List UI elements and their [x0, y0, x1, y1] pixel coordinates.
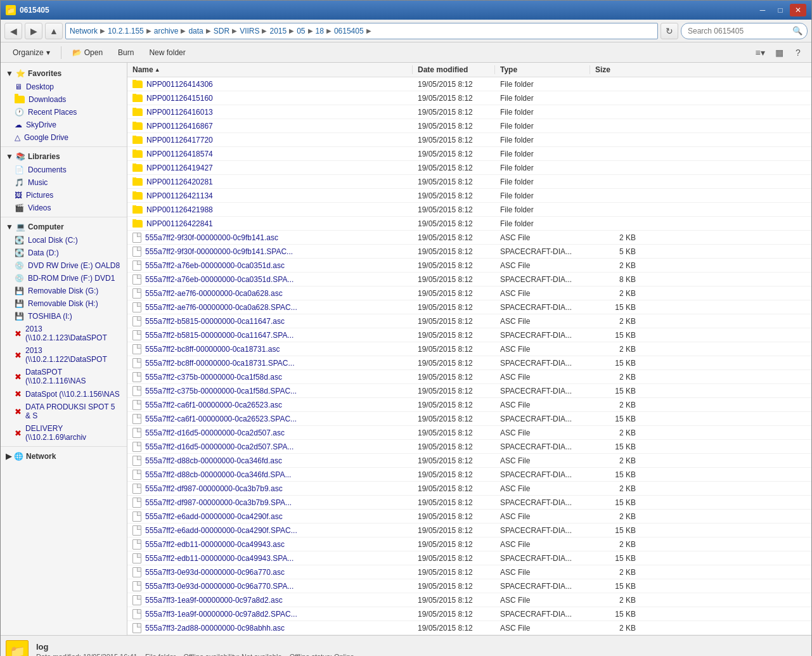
file-name[interactable]: NPP001126416867: [127, 122, 413, 131]
file-name[interactable]: 555a7ff2-bc8ff-00000000-0ca18731.SPAC...: [127, 358, 413, 368]
path-data[interactable]: data: [188, 27, 203, 35]
table-row[interactable]: NPP001126417720 19/05/2015 8:12 File fol…: [127, 133, 811, 147]
table-row[interactable]: 555a7ff2-df987-00000000-0ca3b7b9.SPA... …: [127, 496, 811, 510]
file-name[interactable]: NPP001126422841: [127, 219, 413, 228]
table-row[interactable]: 555a7ff3-0e93d-00000000-0c96a770.asc 19/…: [127, 565, 811, 579]
close-button[interactable]: ✕: [790, 4, 806, 16]
file-name[interactable]: 555a7ff2-e6add-00000000-0ca4290f.SPAC...: [127, 525, 413, 536]
table-row[interactable]: 555a7ff2-e6add-00000000-0ca4290f.asc 19/…: [127, 510, 811, 524]
sidebar-item-videos[interactable]: 🎬 Videos: [1, 202, 127, 214]
table-row[interactable]: 555a7ff2-a76eb-00000000-0ca0351d.SPA... …: [127, 273, 811, 286]
burn-button[interactable]: Burn: [111, 44, 141, 61]
table-row[interactable]: 555a7ff2-9f30f-00000000-0c9fb141.SPAC...…: [127, 245, 811, 259]
path-ip[interactable]: 10.2.1.155: [108, 27, 144, 35]
sidebar-item-documents[interactable]: 📄 Documents: [1, 164, 127, 176]
table-row[interactable]: NPP001126416013 19/05/2015 8:12 File fol…: [127, 105, 811, 119]
table-row[interactable]: 555a7ff2-df987-00000000-0ca3b7b9.asc 19/…: [127, 482, 811, 496]
file-name[interactable]: 555a7ff2-d88cb-00000000-0ca346fd.SPA...: [127, 470, 413, 480]
table-row[interactable]: NPP001126416867 19/05/2015 8:12 File fol…: [127, 119, 811, 133]
path-05[interactable]: 05: [297, 27, 305, 35]
sidebar-item-recent-places[interactable]: 🕐 Recent Places: [1, 106, 127, 119]
file-name[interactable]: 555a7ff3-0e93d-00000000-0c96a770.asc: [127, 567, 413, 577]
file-name[interactable]: 555a7ff2-e6add-00000000-0ca4290f.asc: [127, 511, 413, 522]
organize-button[interactable]: Organize ▾: [6, 44, 57, 61]
table-row[interactable]: 555a7ff2-d16d5-00000000-0ca2d507.asc 19/…: [127, 426, 811, 440]
table-row[interactable]: NPP001126419427 19/05/2015 8:12 File fol…: [127, 161, 811, 175]
col-name-header[interactable]: Name ▲: [127, 65, 413, 74]
col-type-header[interactable]: Type: [495, 65, 590, 74]
file-name[interactable]: 555a7ff2-a76eb-00000000-0ca0351d.SPA...: [127, 274, 413, 285]
file-name[interactable]: 555a7ff2-ca6f1-00000000-0ca26523.asc: [127, 400, 413, 410]
sidebar-item-2013-122[interactable]: ✖ 2013 (\\10.2.1.122\DataSPOT: [1, 344, 127, 366]
table-row[interactable]: 555a7ff2-edb11-00000000-0ca49943.asc 19/…: [127, 537, 811, 551]
search-input[interactable]: [681, 23, 808, 39]
sidebar-item-downloads[interactable]: Downloads: [1, 93, 127, 106]
sidebar-item-bd-f[interactable]: 💿 BD-ROM Drive (F:) DVD1: [1, 272, 127, 285]
table-row[interactable]: 555a7ff2-d16d5-00000000-0ca2d507.SPA... …: [127, 440, 811, 454]
file-name[interactable]: NPP001126421134: [127, 191, 413, 200]
table-row[interactable]: 555a7ff2-ae7f6-00000000-0ca0a628.SPAC...…: [127, 300, 811, 314]
network-header[interactable]: ▶ 🌐 Network: [1, 449, 127, 463]
sidebar-item-delivery[interactable]: ✖ DELIVERY (\\10.2.1.69\archiv: [1, 422, 127, 444]
file-name[interactable]: NPP001126417720: [127, 136, 413, 145]
table-row[interactable]: 555a7ff2-b5815-00000000-0ca11647.SPA... …: [127, 328, 811, 342]
help-button[interactable]: ?: [790, 44, 806, 61]
table-row[interactable]: 555a7ff2-d88cb-00000000-0ca346fd.asc 19/…: [127, 454, 811, 468]
file-name[interactable]: 555a7ff2-c375b-00000000-0ca1f58d.SPAC...: [127, 386, 413, 396]
file-name[interactable]: 555a7ff2-d16d5-00000000-0ca2d507.SPA...: [127, 442, 413, 452]
up-button[interactable]: ▲: [45, 23, 63, 39]
table-row[interactable]: 555a7ff2-ca6f1-00000000-0ca26523.asc 19/…: [127, 398, 811, 412]
table-row[interactable]: 555a7ff3-0e93d-00000000-0c96a770.SPA... …: [127, 579, 811, 593]
path-viirs[interactable]: VIIRS: [240, 27, 259, 35]
table-row[interactable]: NPP001126422841 19/05/2015 8:12 File fol…: [127, 217, 811, 231]
computer-header[interactable]: ▼ 💻 Computer: [1, 220, 127, 234]
file-name[interactable]: 555a7ff2-bc8ff-00000000-0ca18731.asc: [127, 344, 413, 354]
file-name[interactable]: 555a7ff2-b5815-00000000-0ca11647.SPA...: [127, 330, 413, 340]
file-name[interactable]: NPP001126416013: [127, 108, 413, 117]
file-name[interactable]: 555a7ff2-edb11-00000000-0ca49943.SPA...: [127, 553, 413, 563]
file-name[interactable]: NPP001126415160: [127, 94, 413, 103]
sidebar-item-data-d[interactable]: 💽 Data (D:): [1, 247, 127, 259]
path-network[interactable]: Network: [70, 27, 98, 35]
file-name[interactable]: 555a7ff2-d16d5-00000000-0ca2d507.asc: [127, 428, 413, 438]
back-button[interactable]: ◀: [4, 23, 22, 39]
file-name[interactable]: 555a7ff2-c375b-00000000-0ca1f58d.asc: [127, 372, 413, 382]
new-folder-button[interactable]: New folder: [142, 44, 192, 61]
maximize-button[interactable]: □: [772, 4, 789, 16]
table-row[interactable]: 555a7ff3-1ea9f-00000000-0c97a8d2.SPAC...…: [127, 607, 811, 621]
table-row[interactable]: 555a7ff2-edb11-00000000-0ca49943.SPA... …: [127, 551, 811, 565]
file-name[interactable]: 555a7ff3-1ea9f-00000000-0c97a8d2.asc: [127, 595, 413, 605]
sidebar-item-skydrive[interactable]: ☁ SkyDrive: [1, 119, 127, 131]
table-row[interactable]: 555a7ff2-9f30f-00000000-0c9fb141.asc 19/…: [127, 231, 811, 245]
table-row[interactable]: NPP001126414306 19/05/2015 8:12 File fol…: [127, 77, 811, 91]
address-path[interactable]: Network ▶ 10.2.1.155 ▶ archive ▶ data ▶ …: [65, 23, 658, 39]
path-2015[interactable]: 2015: [269, 27, 287, 35]
file-name[interactable]: 555a7ff2-9f30f-00000000-0c9fb141.SPAC...: [127, 247, 413, 257]
table-row[interactable]: 555a7ff2-b5815-00000000-0ca11647.asc 19/…: [127, 314, 811, 328]
open-button[interactable]: 📂 Open: [65, 44, 110, 61]
sidebar-item-2013-123[interactable]: ✖ 2013 (\\10.2.1.123\DataSPOT: [1, 323, 127, 344]
file-name[interactable]: NPP001126421988: [127, 205, 413, 214]
table-row[interactable]: 555a7ff2-e6add-00000000-0ca4290f.SPAC...…: [127, 524, 811, 537]
table-row[interactable]: 555a7ff2-ae7f6-00000000-0ca0a628.asc 19/…: [127, 286, 811, 300]
sidebar-item-google-drive[interactable]: △ Google Drive: [1, 131, 127, 144]
table-row[interactable]: NPP001126415160 19/05/2015 8:12 File fol…: [127, 91, 811, 105]
file-name[interactable]: 555a7ff2-ae7f6-00000000-0ca0a628.SPAC...: [127, 302, 413, 312]
file-name[interactable]: 555a7ff2-df987-00000000-0ca3b7b9.SPA...: [127, 498, 413, 508]
table-row[interactable]: NPP001126421988 19/05/2015 8:12 File fol…: [127, 203, 811, 217]
path-sdr[interactable]: SDR: [214, 27, 229, 35]
sidebar-item-removable-h[interactable]: 💾 Removable Disk (H:): [1, 297, 127, 310]
file-name[interactable]: 555a7ff2-9f30f-00000000-0c9fb141.asc: [127, 233, 413, 243]
table-row[interactable]: 555a7ff3-1ea9f-00000000-0c97a8d2.asc 19/…: [127, 593, 811, 607]
sidebar-item-local-c[interactable]: 💽 Local Disk (C:): [1, 234, 127, 247]
table-row[interactable]: NPP001126421134 19/05/2015 8:12 File fol…: [127, 189, 811, 203]
refresh-button[interactable]: ↻: [661, 23, 678, 39]
table-row[interactable]: NPP001126418574 19/05/2015 8:12 File fol…: [127, 147, 811, 161]
file-name[interactable]: NPP001126418574: [127, 150, 413, 158]
favorites-header[interactable]: ▼ ⭐ Favorites: [1, 67, 127, 80]
path-archive[interactable]: archive: [154, 27, 179, 35]
table-row[interactable]: 555a7ff2-ca6f1-00000000-0ca26523.SPAC...…: [127, 412, 811, 426]
file-name[interactable]: 555a7ff3-1ea9f-00000000-0c97a8d2.SPAC...: [127, 609, 413, 619]
file-name[interactable]: 555a7ff2-a76eb-00000000-0ca0351d.asc: [127, 260, 413, 271]
sidebar-item-music[interactable]: 🎵 Music: [1, 176, 127, 189]
